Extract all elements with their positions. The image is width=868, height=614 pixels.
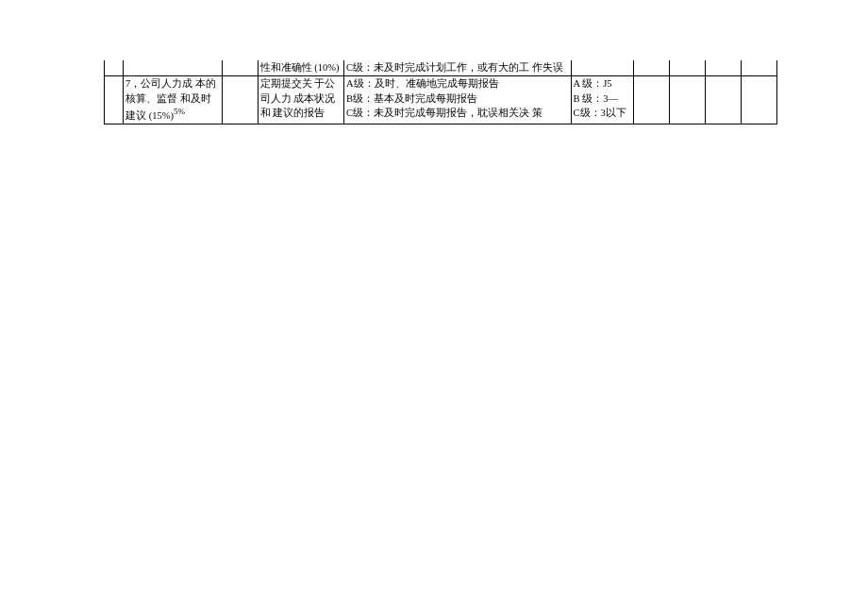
cell-criteria: 性和准确性 (10%) xyxy=(258,60,343,75)
table-row: 7，公司人力成 本的核算、监督 和及时建议 (15%)5% 定期提交关 于公司人… xyxy=(105,75,777,124)
cell xyxy=(105,75,124,124)
cell xyxy=(105,60,124,75)
cell-item: 7，公司人力成 本的核算、监督 和及时建议 (15%)5% xyxy=(124,75,223,124)
weight-sup: 5% xyxy=(174,107,185,116)
table-row: 性和准确性 (10%) C级：未及时完成计划工作，或有大的工 作失误 xyxy=(105,60,777,75)
cell xyxy=(706,60,742,75)
cell xyxy=(634,75,670,124)
document-page: 性和准确性 (10%) C级：未及时完成计划工作，或有大的工 作失误 7，公司人… xyxy=(0,0,868,124)
cell xyxy=(706,75,742,124)
cell-grade: A级：及时、准确地完成每期报告 B级：基本及时完成每期报告 C级：未及时完成每期… xyxy=(343,75,571,124)
cell xyxy=(222,60,258,75)
cell xyxy=(222,75,258,124)
cell xyxy=(742,60,777,75)
cell xyxy=(670,75,706,124)
cell-score: A 级：J5 B 级：3— C级：3以下 xyxy=(571,75,634,124)
cell xyxy=(670,60,706,75)
cell xyxy=(571,60,634,75)
cell-criteria: 定期提交关 于公司人力 成本状况和 建议的报告 xyxy=(258,75,343,124)
cell xyxy=(742,75,777,124)
cell xyxy=(634,60,670,75)
cell-grade: C级：未及时完成计划工作，或有大的工 作失误 xyxy=(343,60,571,75)
evaluation-table: 性和准确性 (10%) C级：未及时完成计划工作，或有大的工 作失误 7，公司人… xyxy=(104,60,777,124)
cell xyxy=(124,60,223,75)
